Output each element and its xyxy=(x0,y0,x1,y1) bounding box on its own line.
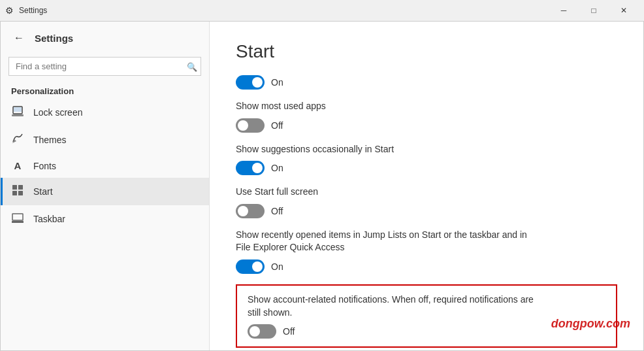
highlighted-toggle[interactable] xyxy=(248,324,276,339)
toggle-4[interactable] xyxy=(236,204,265,218)
svg-rect-1 xyxy=(14,107,22,112)
setting-label-4: Use Start full screen xyxy=(236,186,617,199)
themes-icon xyxy=(11,133,24,147)
toggle-row-3: On xyxy=(236,161,617,175)
taskbar-label: Taskbar xyxy=(33,214,65,224)
sidebar-app-title: Settings xyxy=(35,33,73,44)
lock-screen-label: Lock screen xyxy=(33,107,82,118)
setting-item-4: Use Start full screen Off xyxy=(236,186,617,218)
svg-rect-8 xyxy=(12,221,24,223)
setting-item-5: Show recently opened items in Jump Lists… xyxy=(236,229,617,274)
sidebar-section-label: Personalization xyxy=(1,81,209,99)
search-box: 🔍 xyxy=(8,57,201,76)
svg-rect-4 xyxy=(18,185,23,190)
page-title: Start xyxy=(236,41,617,62)
app-window: ← Settings 🔍 Personalization Lock screen xyxy=(0,21,644,351)
highlighted-toggle-thumb xyxy=(250,326,260,337)
sidebar-item-start[interactable]: Start xyxy=(1,178,209,205)
settings-app-icon: ⚙ xyxy=(5,5,14,16)
toggle-status-1: On xyxy=(271,77,283,88)
title-bar: ⚙ Settings ─ □ ✕ xyxy=(0,0,644,21)
start-label: Start xyxy=(33,186,53,197)
toggle-thumb-3 xyxy=(252,163,263,173)
sidebar-item-taskbar[interactable]: Taskbar xyxy=(1,205,209,233)
toggle-2[interactable] xyxy=(236,118,265,133)
toggle-row-5: On xyxy=(236,259,617,274)
svg-rect-5 xyxy=(12,191,17,195)
toggle-thumb-4 xyxy=(238,206,248,216)
toggle-5[interactable] xyxy=(236,259,265,274)
setting-item-1: On xyxy=(236,75,617,90)
setting-label-5: Show recently opened items in Jump Lists… xyxy=(236,229,617,254)
setting-label-3: Show suggestions occasionally in Start xyxy=(236,143,617,156)
title-bar-left: ⚙ Settings xyxy=(5,5,549,16)
svg-rect-7 xyxy=(12,214,23,220)
toggle-status-2: Off xyxy=(271,120,283,131)
watermark: dongpow.com xyxy=(551,317,630,331)
search-icon: 🔍 xyxy=(187,61,197,71)
svg-rect-6 xyxy=(18,191,23,195)
themes-label: Themes xyxy=(33,135,67,145)
lock-screen-icon xyxy=(11,105,24,120)
setting-label-2: Show most used apps xyxy=(236,100,617,113)
search-input[interactable] xyxy=(8,57,201,76)
setting-item-2: Show most used apps Off xyxy=(236,100,617,133)
start-icon xyxy=(11,184,24,199)
toggle-status-3: On xyxy=(271,163,283,173)
sidebar-item-lock-screen[interactable]: Lock screen xyxy=(1,99,209,126)
title-bar-controls: ─ □ ✕ xyxy=(549,0,639,21)
toggle-row-1: On xyxy=(236,75,617,90)
toggle-status-4: Off xyxy=(271,206,283,216)
toggle-row-2: Off xyxy=(236,118,617,133)
highlighted-setting-label: Show account-related notifications. When… xyxy=(248,293,605,319)
toggle-thumb-1 xyxy=(252,77,263,88)
taskbar-icon xyxy=(11,212,24,226)
fonts-icon: A xyxy=(11,160,24,171)
sidebar-item-themes[interactable]: Themes xyxy=(1,126,209,154)
svg-rect-3 xyxy=(12,185,17,190)
setting-item-3: Show suggestions occasionally in Start O… xyxy=(236,143,617,176)
toggle-thumb-5 xyxy=(252,261,263,272)
sidebar: ← Settings 🔍 Personalization Lock screen xyxy=(1,22,210,350)
fonts-label: Fonts xyxy=(33,161,56,171)
highlighted-setting-box: Show account-related notifications. When… xyxy=(236,284,617,348)
maximize-button[interactable]: □ xyxy=(579,0,609,21)
close-button[interactable]: ✕ xyxy=(609,0,639,21)
toggle-status-5: On xyxy=(271,261,283,272)
highlighted-toggle-status: Off xyxy=(283,326,295,337)
toggle-3[interactable] xyxy=(236,161,265,175)
toggle-thumb-2 xyxy=(238,120,248,131)
sidebar-item-fonts[interactable]: A Fonts xyxy=(1,154,209,178)
toggle-row-4: Off xyxy=(236,204,617,218)
minimize-button[interactable]: ─ xyxy=(549,0,579,21)
sidebar-top: ← Settings xyxy=(1,22,209,54)
toggle-1[interactable] xyxy=(236,75,265,90)
back-button[interactable]: ← xyxy=(11,29,27,46)
main-content: Start On Show most used apps Off Show su… xyxy=(210,22,643,350)
title-bar-title: Settings xyxy=(19,6,47,15)
svg-rect-2 xyxy=(12,114,24,116)
search-icon-button[interactable]: 🔍 xyxy=(187,61,197,71)
